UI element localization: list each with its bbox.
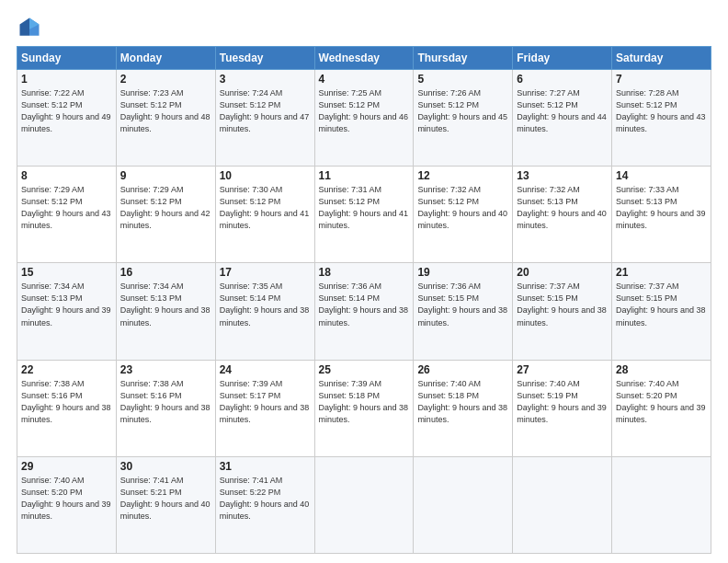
day-content: Sunrise: 7:36 AMSunset: 5:14 PMDaylight:… <box>319 281 410 328</box>
calendar-day-cell: 5Sunrise: 7:26 AMSunset: 5:12 PMDaylight… <box>414 70 513 167</box>
day-content: Sunrise: 7:40 AMSunset: 5:18 PMDaylight:… <box>417 378 508 426</box>
day-content: Sunrise: 7:29 AMSunset: 5:12 PMDaylight:… <box>21 184 112 232</box>
calendar-day-cell: 30Sunrise: 7:41 AMSunset: 5:21 PMDayligh… <box>116 456 215 553</box>
day-number: 16 <box>120 266 211 279</box>
calendar-day-cell <box>314 456 414 553</box>
day-content: Sunrise: 7:35 AMSunset: 5:14 PMDaylight:… <box>220 281 311 328</box>
day-number: 17 <box>220 266 311 279</box>
day-content: Sunrise: 7:34 AMSunset: 5:13 PMDaylight:… <box>21 281 112 328</box>
logo <box>17 15 46 40</box>
page: SundayMondayTuesdayWednesdayThursdayFrid… <box>0 0 728 563</box>
day-content: Sunrise: 7:40 AMSunset: 5:19 PMDaylight:… <box>517 378 608 426</box>
calendar-day-cell: 19Sunrise: 7:36 AMSunset: 5:15 PMDayligh… <box>414 263 513 360</box>
day-content: Sunrise: 7:39 AMSunset: 5:18 PMDaylight:… <box>319 378 410 426</box>
calendar-week-row: 15Sunrise: 7:34 AMSunset: 5:13 PMDayligh… <box>17 263 711 360</box>
calendar-day-cell: 20Sunrise: 7:37 AMSunset: 5:15 PMDayligh… <box>513 263 612 360</box>
calendar-day-cell: 1Sunrise: 7:22 AMSunset: 5:12 PMDaylight… <box>17 70 117 167</box>
calendar-day-cell: 23Sunrise: 7:38 AMSunset: 5:16 PMDayligh… <box>116 360 215 456</box>
calendar-day-cell: 31Sunrise: 7:41 AMSunset: 5:22 PMDayligh… <box>215 456 314 553</box>
day-number: 5 <box>417 73 508 86</box>
day-content: Sunrise: 7:23 AMSunset: 5:12 PMDaylight:… <box>120 87 211 135</box>
calendar-table: SundayMondayTuesdayWednesdayThursdayFrid… <box>17 46 711 554</box>
calendar-day-cell: 17Sunrise: 7:35 AMSunset: 5:14 PMDayligh… <box>215 263 314 360</box>
calendar-day-cell: 15Sunrise: 7:34 AMSunset: 5:13 PMDayligh… <box>17 263 117 360</box>
day-number: 29 <box>21 460 112 473</box>
day-number: 11 <box>319 169 410 182</box>
day-content: Sunrise: 7:26 AMSunset: 5:12 PMDaylight:… <box>417 87 508 135</box>
weekday-header-cell: Thursday <box>414 47 513 70</box>
day-number: 20 <box>517 266 608 279</box>
calendar-day-cell <box>612 456 711 553</box>
weekday-header-cell: Sunday <box>17 47 117 70</box>
day-content: Sunrise: 7:25 AMSunset: 5:12 PMDaylight:… <box>319 87 410 135</box>
day-content: Sunrise: 7:34 AMSunset: 5:13 PMDaylight:… <box>120 281 211 328</box>
day-content: Sunrise: 7:39 AMSunset: 5:17 PMDaylight:… <box>220 378 311 426</box>
calendar-day-cell: 22Sunrise: 7:38 AMSunset: 5:16 PMDayligh… <box>17 360 117 456</box>
day-number: 8 <box>21 169 112 182</box>
calendar-week-row: 1Sunrise: 7:22 AMSunset: 5:12 PMDaylight… <box>17 70 711 167</box>
day-number: 2 <box>120 73 211 86</box>
day-number: 24 <box>220 363 311 376</box>
day-number: 10 <box>220 169 311 182</box>
day-content: Sunrise: 7:38 AMSunset: 5:16 PMDaylight:… <box>21 378 112 426</box>
day-content: Sunrise: 7:36 AMSunset: 5:15 PMDaylight:… <box>417 281 508 328</box>
weekday-header-cell: Saturday <box>612 47 711 70</box>
day-content: Sunrise: 7:40 AMSunset: 5:20 PMDaylight:… <box>616 378 707 426</box>
day-content: Sunrise: 7:38 AMSunset: 5:16 PMDaylight:… <box>120 378 211 426</box>
day-content: Sunrise: 7:29 AMSunset: 5:12 PMDaylight:… <box>120 184 211 232</box>
day-number: 25 <box>319 363 410 376</box>
calendar-day-cell: 27Sunrise: 7:40 AMSunset: 5:19 PMDayligh… <box>513 360 612 456</box>
svg-marker-1 <box>20 18 30 36</box>
calendar-day-cell: 13Sunrise: 7:32 AMSunset: 5:13 PMDayligh… <box>513 167 612 263</box>
day-number: 30 <box>120 460 211 473</box>
day-content: Sunrise: 7:33 AMSunset: 5:13 PMDaylight:… <box>616 184 707 232</box>
calendar-day-cell: 7Sunrise: 7:28 AMSunset: 5:12 PMDaylight… <box>612 70 711 167</box>
calendar-week-row: 8Sunrise: 7:29 AMSunset: 5:12 PMDaylight… <box>17 167 711 263</box>
day-number: 4 <box>319 73 410 86</box>
calendar-day-cell: 8Sunrise: 7:29 AMSunset: 5:12 PMDaylight… <box>17 167 117 263</box>
day-number: 6 <box>517 73 608 86</box>
calendar-day-cell <box>513 456 612 553</box>
day-content: Sunrise: 7:27 AMSunset: 5:12 PMDaylight:… <box>517 87 608 135</box>
calendar-day-cell: 6Sunrise: 7:27 AMSunset: 5:12 PMDaylight… <box>513 70 612 167</box>
day-number: 14 <box>616 169 707 182</box>
calendar-day-cell: 14Sunrise: 7:33 AMSunset: 5:13 PMDayligh… <box>612 167 711 263</box>
weekday-header-cell: Friday <box>513 47 612 70</box>
calendar-body: 1Sunrise: 7:22 AMSunset: 5:12 PMDaylight… <box>17 70 711 554</box>
day-content: Sunrise: 7:22 AMSunset: 5:12 PMDaylight:… <box>21 87 112 135</box>
day-content: Sunrise: 7:37 AMSunset: 5:15 PMDaylight:… <box>616 281 707 328</box>
day-number: 31 <box>220 460 311 473</box>
day-content: Sunrise: 7:32 AMSunset: 5:13 PMDaylight:… <box>517 184 608 232</box>
day-content: Sunrise: 7:31 AMSunset: 5:12 PMDaylight:… <box>319 184 410 232</box>
weekday-header-cell: Monday <box>116 47 215 70</box>
day-number: 22 <box>21 363 112 376</box>
day-content: Sunrise: 7:41 AMSunset: 5:22 PMDaylight:… <box>220 475 311 523</box>
calendar-day-cell: 21Sunrise: 7:37 AMSunset: 5:15 PMDayligh… <box>612 263 711 360</box>
calendar-week-row: 22Sunrise: 7:38 AMSunset: 5:16 PMDayligh… <box>17 360 711 456</box>
header <box>17 15 711 40</box>
day-number: 23 <box>120 363 211 376</box>
calendar-day-cell: 11Sunrise: 7:31 AMSunset: 5:12 PMDayligh… <box>314 167 414 263</box>
calendar-day-cell: 4Sunrise: 7:25 AMSunset: 5:12 PMDaylight… <box>314 70 414 167</box>
calendar-day-cell: 28Sunrise: 7:40 AMSunset: 5:20 PMDayligh… <box>612 360 711 456</box>
day-number: 19 <box>417 266 508 279</box>
day-number: 26 <box>417 363 508 376</box>
day-number: 3 <box>220 73 311 86</box>
calendar-day-cell: 2Sunrise: 7:23 AMSunset: 5:12 PMDaylight… <box>116 70 215 167</box>
calendar-day-cell: 9Sunrise: 7:29 AMSunset: 5:12 PMDaylight… <box>116 167 215 263</box>
calendar-week-row: 29Sunrise: 7:40 AMSunset: 5:20 PMDayligh… <box>17 456 711 553</box>
day-number: 18 <box>319 266 410 279</box>
calendar-day-cell: 3Sunrise: 7:24 AMSunset: 5:12 PMDaylight… <box>215 70 314 167</box>
logo-icon <box>17 15 42 40</box>
day-number: 15 <box>21 266 112 279</box>
weekday-header-row: SundayMondayTuesdayWednesdayThursdayFrid… <box>17 47 711 70</box>
calendar-day-cell: 10Sunrise: 7:30 AMSunset: 5:12 PMDayligh… <box>215 167 314 263</box>
day-number: 1 <box>21 73 112 86</box>
day-content: Sunrise: 7:37 AMSunset: 5:15 PMDaylight:… <box>517 281 608 328</box>
day-content: Sunrise: 7:30 AMSunset: 5:12 PMDaylight:… <box>220 184 311 232</box>
calendar-day-cell: 12Sunrise: 7:32 AMSunset: 5:12 PMDayligh… <box>414 167 513 263</box>
weekday-header-cell: Tuesday <box>215 47 314 70</box>
calendar-day-cell <box>414 456 513 553</box>
day-number: 7 <box>616 73 707 86</box>
day-number: 9 <box>120 169 211 182</box>
